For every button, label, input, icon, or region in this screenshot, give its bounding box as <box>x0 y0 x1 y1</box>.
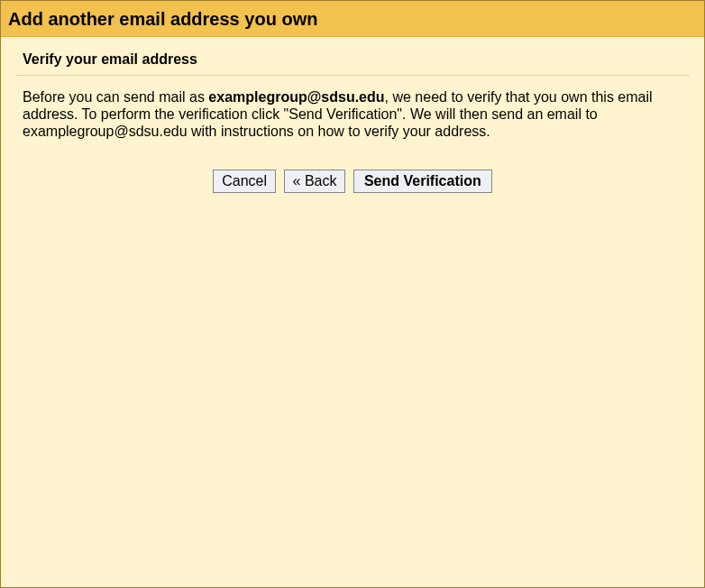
button-row: Cancel « Back Send Verification <box>15 170 690 193</box>
description-text-before: Before you can send mail as <box>23 89 208 105</box>
dialog-header: Add another email address you own <box>1 1 704 37</box>
add-email-dialog: Add another email address you own Verify… <box>0 0 705 588</box>
verification-description: Before you can send mail as examplegroup… <box>15 88 690 141</box>
send-verification-button[interactable]: Send Verification <box>353 170 492 193</box>
dialog-body: Verify your email address Before you can… <box>1 37 704 587</box>
dialog-subtitle: Verify your email address <box>23 51 682 68</box>
back-button[interactable]: « Back <box>284 170 346 193</box>
cancel-button[interactable]: Cancel <box>213 170 276 193</box>
description-email: examplegroup@sdsu.edu <box>208 89 384 105</box>
subtitle-wrap: Verify your email address <box>15 48 690 76</box>
dialog-title: Add another email address you own <box>8 9 695 30</box>
